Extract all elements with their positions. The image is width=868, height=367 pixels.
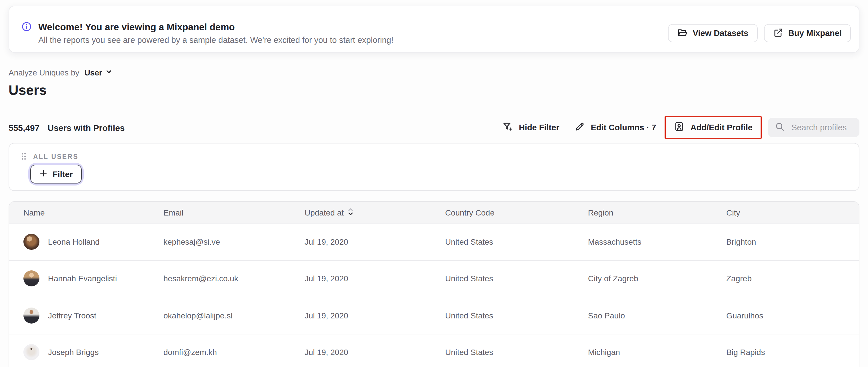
user-region: City of Zagreb: [588, 274, 726, 283]
edit-columns-button[interactable]: Edit Columns · 7: [567, 121, 664, 134]
user-email: hesakrem@ezi.co.uk: [163, 274, 305, 283]
plus-icon: [39, 169, 48, 179]
table-header-row: Name Email Updated at Country Code Regio…: [9, 202, 859, 223]
avatar: [24, 234, 39, 250]
user-country: United States: [445, 274, 588, 283]
users-page: Welcome! You are viewing a Mixpanel demo…: [0, 0, 868, 367]
search-profiles-box[interactable]: [768, 118, 860, 137]
analyze-by-dropdown[interactable]: User: [85, 68, 113, 77]
user-country: United States: [445, 237, 588, 246]
user-name: Joseph Briggs: [48, 348, 99, 357]
user-email: kephesaj@si.ve: [163, 237, 305, 246]
filter-button-focus-ring: Filter: [30, 165, 82, 183]
filter-group-header: ALL USERS: [21, 152, 859, 161]
banner-subtitle: All the reports you see are powered by a…: [38, 34, 394, 46]
user-updated-at: Jul 19, 2020: [305, 348, 445, 357]
chevron-down-icon: [105, 68, 113, 77]
avatar: [24, 271, 39, 287]
table-row[interactable]: Jeffrey Troost okahelop@lalijpe.sl Jul 1…: [9, 297, 859, 334]
user-email: domfi@zem.kh: [163, 348, 305, 357]
user-city: Guarulhos: [726, 311, 859, 320]
table-row[interactable]: Hannah Evangelisti hesakrem@ezi.co.uk Ju…: [9, 261, 859, 297]
user-updated-at: Jul 19, 2020: [305, 274, 445, 283]
user-region: Massachusetts: [588, 237, 726, 246]
users-table: Name Email Updated at Country Code Regio…: [8, 201, 860, 367]
column-header-region[interactable]: Region: [588, 208, 726, 217]
column-header-updated-at[interactable]: Updated at: [305, 207, 445, 217]
drag-handle-icon[interactable]: [21, 152, 27, 161]
user-region: Sao Paulo: [588, 311, 726, 320]
hide-filter-button[interactable]: Hide Filter: [495, 121, 567, 134]
user-region: Michigan: [588, 348, 726, 357]
user-city: Big Rapids: [726, 348, 859, 357]
user-city: Brighton: [726, 237, 859, 246]
user-name: Hannah Evangelisti: [48, 274, 117, 283]
avatar: [24, 344, 39, 360]
table-row[interactable]: Joseph Briggs domfi@zem.kh Jul 19, 2020 …: [9, 334, 859, 367]
pencil-icon: [574, 121, 585, 134]
funnel-plus-icon: [502, 121, 513, 134]
banner-actions: View Datasets Buy Mixpanel: [668, 24, 851, 42]
demo-banner: Welcome! You are viewing a Mixpanel demo…: [8, 6, 860, 53]
user-email: okahelop@lalijpe.sl: [163, 311, 305, 320]
table-row[interactable]: Leona Holland kephesaj@si.ve Jul 19, 202…: [9, 223, 859, 261]
filter-panel: ALL USERS Filter: [8, 143, 860, 191]
column-header-country-code[interactable]: Country Code: [445, 208, 588, 217]
banner-title: Welcome! You are viewing a Mixpanel demo: [38, 21, 394, 33]
add-filter-button[interactable]: Filter: [30, 165, 82, 183]
avatar: [24, 308, 39, 324]
user-city: Zagreb: [726, 274, 859, 283]
buy-mixpanel-button[interactable]: Buy Mixpanel: [764, 24, 851, 42]
annotation-highlight-box: Add/Edit Profile: [665, 116, 762, 139]
profile-count: 555,497: [8, 123, 39, 132]
add-edit-profile-button[interactable]: Add/Edit Profile: [670, 121, 757, 134]
table-toolbar: Hide Filter Edit Columns · 7: [495, 116, 860, 139]
view-datasets-label: View Datasets: [693, 29, 749, 38]
analyze-uniques-label: Analyze Uniques by: [8, 68, 80, 77]
search-profiles-input[interactable]: [790, 122, 852, 133]
external-link-icon: [773, 27, 783, 39]
info-icon: [22, 22, 31, 34]
user-name: Leona Holland: [48, 237, 100, 246]
search-icon: [775, 121, 784, 133]
hide-filter-label: Hide Filter: [519, 123, 559, 132]
column-header-name[interactable]: Name: [24, 208, 163, 217]
view-datasets-button[interactable]: View Datasets: [668, 24, 758, 42]
column-header-city[interactable]: City: [726, 208, 859, 217]
buy-mixpanel-label: Buy Mixpanel: [788, 29, 842, 38]
page-title: Users: [8, 82, 46, 98]
user-country: United States: [445, 311, 588, 320]
folder-icon: [677, 27, 688, 39]
add-filter-label: Filter: [53, 170, 73, 179]
stats-toolbar-row: 555,497 Users with Profiles Hide Filter …: [8, 116, 860, 139]
sort-icon: [348, 207, 353, 217]
profile-badge-icon: [674, 121, 685, 134]
user-updated-at: Jul 19, 2020: [305, 237, 445, 246]
user-name: Jeffrey Troost: [48, 311, 96, 320]
add-edit-profile-label: Add/Edit Profile: [690, 123, 753, 132]
edit-columns-label: Edit Columns · 7: [591, 123, 656, 132]
filter-group-label: ALL USERS: [33, 153, 79, 160]
profile-stats: 555,497 Users with Profiles: [8, 123, 125, 132]
user-country: United States: [445, 348, 588, 357]
analyze-uniques-row: Analyze Uniques by User: [8, 68, 113, 77]
user-updated-at: Jul 19, 2020: [305, 311, 445, 320]
profile-count-label: Users with Profiles: [48, 123, 125, 132]
analyze-by-value: User: [85, 68, 102, 77]
column-header-email[interactable]: Email: [163, 208, 305, 217]
